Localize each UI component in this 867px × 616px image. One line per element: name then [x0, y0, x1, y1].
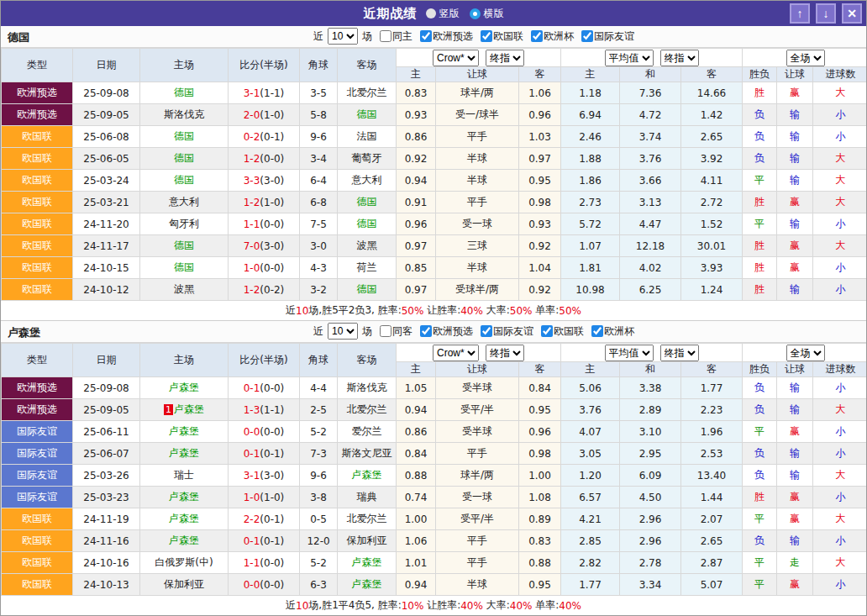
competition-filter[interactable]: 欧国联 — [536, 324, 584, 339]
crow-handicap: 平手 — [436, 530, 519, 552]
home-team-name: 卢森堡 — [169, 447, 199, 459]
result-wdl: 胜 — [743, 192, 777, 213]
competition-filter-checkbox[interactable] — [541, 325, 553, 337]
result-wdl: 平 — [743, 170, 777, 192]
match-row: 国际友谊25-03-26瑞士3-1(3-0)9-6卢森堡0.88球半/两1.00… — [2, 465, 867, 487]
full-match-select[interactable]: 全场 — [786, 345, 825, 361]
final-index-select[interactable]: 终指 — [660, 345, 699, 361]
competition-filter-checkbox[interactable] — [581, 30, 593, 42]
crow-company-select[interactable]: Crow* — [433, 50, 479, 66]
average-odds-select[interactable]: 平均值 — [605, 345, 654, 361]
games-count-select[interactable]: 10 — [328, 28, 358, 45]
odds-group-header: Crow*终指 — [397, 344, 561, 362]
avg-away-odds: 2.23 — [681, 399, 743, 421]
avg-home-odds: 3.76 — [561, 399, 620, 421]
sub-column-header: 主 — [561, 67, 620, 82]
final-index-select[interactable]: 终指 — [486, 345, 524, 361]
avg-draw-odds: 2.89 — [620, 399, 681, 421]
competition-filter-checkbox[interactable] — [591, 325, 603, 337]
away-team-name: 卢森堡 — [352, 469, 382, 481]
avg-draw-odds: 4.72 — [620, 104, 681, 126]
match-row: 欧洲预选25-09-08德国3-1(1-1)3-5北爱尔兰0.83球半/两1.0… — [2, 82, 867, 104]
column-header: 主场 — [140, 49, 229, 82]
competition-filter[interactable]: 欧洲杯 — [586, 324, 634, 339]
competition-filter[interactable]: 国际友谊 — [476, 324, 533, 339]
avg-away-odds: 30.01 — [681, 235, 743, 257]
crow-away-odds: 0.96 — [519, 104, 561, 126]
full-time-score: 2-2 — [244, 513, 260, 525]
competition-filter-checkbox[interactable] — [481, 30, 492, 42]
crow-company-select[interactable]: Crow* — [433, 345, 479, 361]
result-goals: 小 — [813, 279, 867, 301]
close-button[interactable]: ✕ — [842, 3, 862, 24]
avg-draw-odds: 3.66 — [620, 170, 681, 192]
same-venue-filter-checkbox[interactable] — [380, 325, 391, 337]
competition-filter-checkbox[interactable] — [420, 325, 432, 337]
match-row: 欧洲预选25-09-051卢森堡1-3(1-1)2-5北爱尔兰0.94受平/半0… — [2, 399, 867, 421]
crow-handicap: 受一球 — [436, 213, 519, 235]
view-mode-radio[interactable]: 竖版 — [426, 7, 460, 21]
crow-home-odds: 0.97 — [397, 235, 436, 257]
result-wdl: 负 — [743, 465, 777, 487]
away-team-name: 德国 — [357, 196, 377, 208]
match-date: 25-09-05 — [73, 399, 140, 421]
match-date: 24-11-17 — [73, 235, 140, 257]
score-cell: 7-0(3-0) — [229, 235, 300, 257]
final-index-select[interactable]: 终指 — [660, 50, 699, 66]
same-venue-filter[interactable]: 同客 — [375, 324, 412, 339]
games-count-select[interactable]: 10 — [328, 323, 358, 340]
result-wdl: 平 — [743, 213, 777, 235]
section-header: 德国 近10场同主欧洲预选欧国联欧洲杯国际友谊 — [1, 26, 866, 48]
view-mode-radio[interactable]: 横版 — [470, 7, 504, 21]
competition-filter[interactable]: 欧洲杯 — [526, 29, 574, 44]
competition-filter[interactable]: 欧国联 — [476, 29, 523, 44]
away-team: 卢森堡 — [338, 465, 397, 487]
competition-filter[interactable]: 欧洲预选 — [415, 29, 473, 44]
full-match-select[interactable]: 全场 — [786, 50, 825, 66]
crow-handicap: 受球半/两 — [436, 279, 519, 301]
move-down-button[interactable]: ↓ — [816, 3, 836, 24]
crow-home-odds: 0.94 — [397, 170, 436, 192]
filter-label: 场 — [362, 324, 372, 339]
full-time-score: 3-3 — [244, 175, 260, 187]
type-badge: 欧国联 — [2, 148, 73, 170]
radio-label: 横版 — [484, 7, 504, 21]
away-team-name: 法国 — [357, 130, 377, 142]
match-row: 国际友谊25-06-07卢森堡0-1(0-1)7-3斯洛文尼亚0.84平手0.9… — [2, 443, 867, 465]
same-venue-filter[interactable]: 同主 — [375, 29, 412, 44]
average-odds-select[interactable]: 平均值 — [605, 50, 654, 66]
competition-filter-checkbox[interactable] — [481, 325, 492, 337]
away-team-name: 德国 — [357, 283, 377, 295]
final-index-select[interactable]: 终指 — [486, 50, 524, 66]
same-venue-filter-checkbox[interactable] — [380, 30, 391, 42]
away-team: 法国 — [338, 126, 397, 148]
summary-text: 大率: — [483, 303, 510, 318]
score-cell: 1-0(0-0) — [229, 257, 300, 279]
avg-home-odds: 1.81 — [561, 257, 620, 279]
half-time-score: (1-0) — [260, 492, 284, 503]
match-date: 25-03-26 — [73, 465, 140, 487]
corners-cell: 6-8 — [300, 192, 338, 213]
competition-filter[interactable]: 欧洲预选 — [415, 324, 473, 339]
corners-cell: 3-5 — [300, 82, 338, 104]
competition-filter-checkbox[interactable] — [531, 30, 543, 42]
result-handicap: 赢 — [777, 192, 813, 213]
competition-filter[interactable]: 国际友谊 — [576, 29, 634, 44]
avg-away-odds: 5.07 — [681, 574, 743, 596]
close-icon: ✕ — [847, 8, 857, 19]
full-time-score: 3-1 — [244, 470, 260, 482]
competition-filter-checkbox[interactable] — [420, 30, 432, 42]
score-cell: 2-2(0-1) — [229, 508, 300, 530]
away-team-name: 斯洛文尼亚 — [342, 447, 392, 459]
crow-away-odds: 0.83 — [519, 530, 561, 552]
home-team-name: 匈牙利 — [169, 218, 199, 229]
crow-home-odds: 0.94 — [397, 399, 436, 421]
corners-cell: 5-2 — [300, 421, 338, 443]
move-up-button[interactable]: ↑ — [790, 3, 810, 24]
home-team: 德国 — [140, 257, 229, 279]
type-badge: 欧国联 — [2, 126, 73, 148]
half-time-score: (0-0) — [260, 218, 284, 230]
section-header: 卢森堡 近10场同客欧洲预选国际友谊欧国联欧洲杯 — [1, 321, 866, 343]
home-team-name: 保加利亚 — [164, 578, 204, 590]
result-handicap: 输 — [777, 126, 813, 148]
